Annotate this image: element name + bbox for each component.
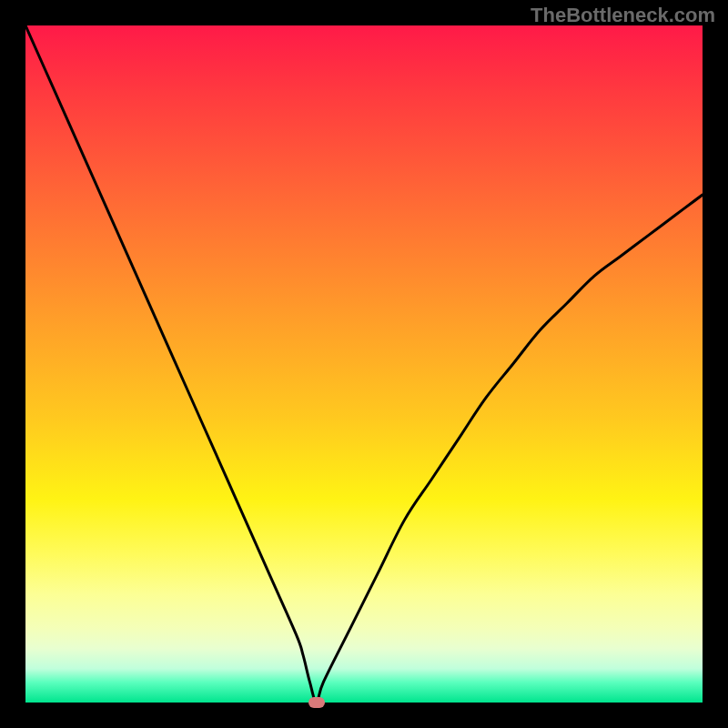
min-marker [308, 697, 325, 708]
watermark-text: TheBottleneck.com [531, 4, 715, 27]
chart-plot-area [25, 25, 703, 703]
chart-line-path [25, 25, 703, 703]
chart-line [25, 25, 703, 703]
